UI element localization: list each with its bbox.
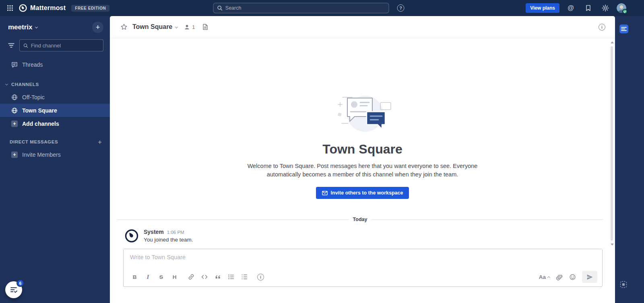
checklist-icon <box>10 286 18 294</box>
message-sender: System <box>144 229 164 235</box>
message-input[interactable] <box>124 249 602 270</box>
attach-file-button[interactable] <box>554 272 565 283</box>
mattermost-logo-icon <box>124 229 139 243</box>
sidebar-item-threads[interactable]: Threads <box>0 58 110 71</box>
edition-badge: FREE EDITION <box>71 5 109 12</box>
add-channels-label: Add channels <box>22 121 59 127</box>
find-channel-row <box>0 39 110 51</box>
channel-members-button[interactable]: 1 <box>184 24 195 30</box>
mattermost-app: Mattermost FREE EDITION ? View plans @ <box>0 0 644 303</box>
link-icon <box>188 273 195 280</box>
channel-intro-description: Welcome to Town Square. Post messages he… <box>241 162 484 179</box>
sidebar-item-invite-members[interactable]: + Invite Members <box>0 148 110 161</box>
show-formatting-button[interactable]: Aa <box>537 272 551 282</box>
emoji-button[interactable] <box>567 272 578 283</box>
channel-menu-button[interactable]: Town Square <box>132 23 178 31</box>
scroll-up-arrow[interactable] <box>611 41 614 43</box>
direct-messages-header-label: DIRECT MESSAGES <box>10 139 58 144</box>
sidebar-item-off-topic[interactable]: Off-Topic <box>0 90 110 104</box>
bold-button[interactable]: B <box>129 272 140 283</box>
add-channels-plus-button[interactable]: + <box>92 22 103 33</box>
user-avatar[interactable] <box>617 3 626 13</box>
channel-view: Town Square 1 i <box>110 16 615 303</box>
info-icon: i <box>599 24 605 31</box>
view-plans-button[interactable]: View plans <box>526 3 559 13</box>
app-bar-plugin-button[interactable] <box>619 24 629 35</box>
topbar-center: ? <box>213 2 407 14</box>
search-input[interactable] <box>225 5 385 11</box>
channel-files-button[interactable] <box>201 22 210 32</box>
find-channel-field[interactable] <box>31 43 99 49</box>
direct-messages-section-header[interactable]: DIRECT MESSAGES + <box>0 136 110 148</box>
invite-others-button[interactable]: Invite others to the workspace <box>316 187 409 199</box>
channel-name: Off-Topic <box>22 94 45 100</box>
plus-square-icon: + <box>11 152 18 158</box>
code-button[interactable] <box>199 272 210 283</box>
channel-intro: Town Square Welcome to Town Square. Post… <box>110 89 615 199</box>
favorite-channel-button[interactable] <box>119 22 129 32</box>
team-header: meetrix + <box>0 16 110 39</box>
invite-members-label: Invite Members <box>22 152 61 158</box>
product-menu-grid-icon[interactable] <box>4 2 16 14</box>
search-icon <box>217 5 223 11</box>
grid-icon <box>7 5 13 11</box>
at-icon: @ <box>568 4 574 12</box>
date-divider-label: Today <box>349 217 372 222</box>
link-button[interactable] <box>186 272 196 283</box>
channel-intro-title: Town Square <box>110 142 615 157</box>
add-direct-message-button[interactable]: + <box>97 139 103 145</box>
search-icon <box>23 43 28 48</box>
saved-posts-button[interactable] <box>582 2 594 14</box>
plus-square-icon: + <box>11 121 18 127</box>
plus-icon: + <box>96 24 100 31</box>
team-menu-button[interactable]: meetrix <box>8 23 37 31</box>
channel-header: Town Square 1 i <box>110 16 615 38</box>
threads-label: Threads <box>22 61 43 68</box>
gear-icon <box>602 4 609 12</box>
message-text: You joined the team. <box>144 237 193 243</box>
italic-button[interactable]: I <box>142 272 153 283</box>
channel-info-button[interactable]: i <box>597 22 607 32</box>
member-icon <box>184 24 190 30</box>
globe-icon <box>11 94 18 100</box>
heading-button[interactable]: H <box>169 272 180 283</box>
channel-filter-button[interactable] <box>6 40 17 51</box>
product-name: Mattermost <box>30 4 66 12</box>
find-channel-input[interactable] <box>19 39 103 51</box>
composer-actions: Aa <box>537 271 597 283</box>
strikethrough-button[interactable]: S <box>156 272 167 283</box>
composer-toolbar: B I S H <box>124 270 602 287</box>
system-avatar <box>124 229 139 243</box>
sidebar-item-town-square[interactable]: Town Square <box>0 104 110 117</box>
numbered-list-button[interactable] <box>239 272 250 283</box>
scrollbar[interactable] <box>609 41 614 246</box>
global-search[interactable] <box>213 3 389 13</box>
app-bar <box>615 16 644 303</box>
chevron-down-icon <box>5 82 8 85</box>
bulleted-list-button[interactable] <box>225 272 236 283</box>
code-icon <box>201 273 208 280</box>
app-bar-bottom-button[interactable] <box>620 281 627 289</box>
bold-icon: B <box>133 274 137 280</box>
mentions-button[interactable]: @ <box>565 2 577 14</box>
scrollbar-thumb[interactable] <box>611 46 613 241</box>
send-message-button[interactable] <box>582 271 597 283</box>
star-icon <box>120 23 128 31</box>
team-name: meetrix <box>8 23 32 31</box>
plus-icon: + <box>98 138 102 146</box>
strikethrough-icon: S <box>159 274 163 280</box>
chevron-down-icon <box>35 25 38 28</box>
onboarding-checklist-button[interactable]: 6 <box>5 281 22 298</box>
help-button[interactable]: ? <box>395 2 407 14</box>
envelope-icon <box>322 191 328 195</box>
bulleted-list-icon <box>227 273 235 280</box>
settings-button[interactable] <box>599 2 611 14</box>
mattermost-logo[interactable]: Mattermost <box>19 4 66 12</box>
sidebar-item-add-channels[interactable]: + Add channels <box>0 117 110 130</box>
file-icon <box>202 24 208 30</box>
quote-button[interactable] <box>212 272 223 283</box>
formatting-help-button[interactable]: i <box>255 272 266 283</box>
channel-name: Town Square <box>22 107 57 114</box>
channels-section-header[interactable]: CHANNELS <box>0 78 110 90</box>
scroll-down-arrow[interactable] <box>611 244 614 246</box>
